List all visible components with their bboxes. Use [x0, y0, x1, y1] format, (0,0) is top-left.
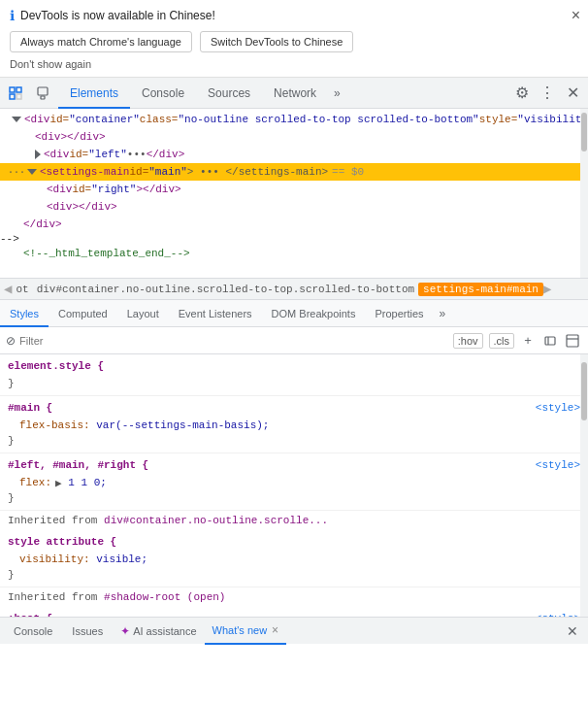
css-close-3: }	[8, 490, 580, 506]
css-panel: element.style { } #main { <style> flex-b…	[0, 354, 588, 617]
bottom-bar-right: ✕	[561, 620, 584, 643]
tab-dom-breakpoints[interactable]: DOM Breakpoints	[262, 300, 366, 327]
whats-new-close-icon[interactable]: ×	[272, 617, 278, 644]
tab-network[interactable]: Network	[262, 78, 328, 109]
inherited-label-1: Inherited from	[8, 515, 104, 526]
expand-left-icon[interactable]	[35, 150, 41, 159]
css-panel-scrollbar[interactable]	[580, 354, 588, 617]
filter-icon: ⊘	[6, 334, 16, 348]
css-selector-left-main-right: #left, #main, #right {	[8, 459, 148, 471]
add-style-rule-icon[interactable]: +	[518, 331, 538, 351]
filter-cls-button[interactable]: .cls	[489, 333, 515, 349]
notification-text: DevTools is now available in Chinese!	[20, 9, 215, 22]
svg-rect-6	[545, 337, 555, 345]
css-origin-style-1[interactable]: <style>	[536, 402, 580, 414]
css-selector-line-4: style attribute {	[8, 534, 580, 550]
tab-computed[interactable]: Computed	[49, 300, 117, 327]
toolbar-icons-left	[4, 82, 54, 105]
tab-sources[interactable]: Sources	[196, 78, 262, 109]
dom-line-container: <div id="container" class="no-outline sc…	[0, 111, 588, 128]
expand-container-icon[interactable]	[12, 117, 21, 122]
css-origin-style-3[interactable]: <style>	[536, 613, 580, 617]
styles-overflow-icon[interactable]	[563, 331, 582, 351]
dom-line-div1: <div></div>	[0, 128, 588, 146]
tab-event-listeners[interactable]: Event Listeners	[169, 300, 262, 327]
svg-rect-0	[10, 87, 15, 92]
css-selector-element-style: element.style {	[8, 360, 104, 372]
device-toolbar-icon[interactable]	[31, 82, 54, 105]
settings-icon[interactable]: ⚙	[510, 82, 534, 105]
breadcrumb-right-arrow[interactable]: ▶	[543, 281, 551, 297]
svg-rect-4	[38, 87, 48, 95]
css-close-1: }	[8, 376, 580, 391]
svg-rect-5	[41, 96, 45, 99]
styles-tabs: Styles Computed Layout Event Listeners D…	[0, 300, 588, 327]
inherited-label-2: Inherited from	[8, 591, 104, 603]
bottom-tab-whats-new[interactable]: What's new ×	[205, 618, 287, 645]
breadcrumb-left-arrow[interactable]: ◀	[4, 281, 12, 297]
tab-console[interactable]: Console	[130, 78, 196, 109]
svg-rect-3	[16, 94, 21, 99]
tab-elements[interactable]: Elements	[58, 78, 130, 109]
css-rule-style-attr: style attribute { visibility: visible; }	[0, 530, 588, 587]
css-selector-style-attr: style attribute {	[8, 536, 116, 548]
close-devtools-icon[interactable]: ✕	[561, 82, 584, 105]
bottom-tab-ai-label: AI assistance	[133, 618, 196, 645]
css-origin-style-2[interactable]: <style>	[536, 459, 580, 471]
dom-line-div2: <div></div>	[0, 198, 588, 216]
bottom-tab-ai[interactable]: ✦ AI assistance	[113, 618, 204, 645]
tab-styles[interactable]: Styles	[0, 300, 49, 327]
dont-show-link[interactable]: Don't show again	[10, 58, 91, 70]
dom-line-right: <div id="right"></div>	[0, 181, 588, 198]
tab-properties[interactable]: Properties	[365, 300, 433, 327]
bottom-tab-console[interactable]: Console	[4, 618, 62, 645]
dom-panel-scrollbar[interactable]	[580, 109, 588, 278]
css-panel-scrollbar-thumb[interactable]	[581, 362, 587, 420]
filter-bar: ⊘ :hov .cls +	[0, 327, 588, 354]
notification-close-button[interactable]: ×	[572, 8, 580, 23]
inherited-from-container: Inherited from div#container.no-outline.…	[0, 511, 588, 530]
more-options-icon[interactable]: ⋮	[536, 82, 559, 105]
css-rule-host: :host { <style> display: flex, ▬▬▬	[0, 607, 588, 617]
ai-icon: ✦	[120, 618, 130, 645]
tab-more[interactable]: »	[328, 78, 346, 109]
filter-hov-button[interactable]: :hov	[453, 333, 483, 349]
three-dots-icon[interactable]: ···	[8, 167, 25, 178]
devtools-toolbar: Elements Console Sources Network » ⚙ ⋮ ✕	[0, 78, 588, 109]
inspect-element-icon[interactable]	[4, 82, 27, 105]
breadcrumb-settings-main[interactable]: settings-main#main	[418, 283, 543, 296]
css-selector-line-3: #left, #main, #right { <style>	[8, 457, 580, 473]
toolbar-right: ⚙ ⋮ ✕	[510, 82, 584, 105]
breadcrumb-bar: ◀ ot div#container.no-outline.scrolled-t…	[0, 279, 588, 300]
expand-settings-main-icon[interactable]	[27, 169, 37, 175]
breadcrumb-ot[interactable]: ot	[12, 284, 32, 295]
css-rule-main: #main { <style> flex-basis: var(--settin…	[0, 396, 588, 453]
css-selector-main: #main {	[8, 402, 52, 414]
css-rule-element-style: element.style { }	[0, 354, 588, 396]
styles-tab-more[interactable]: »	[434, 300, 452, 327]
bottom-bar: Console Issues ✦ AI assistance What's ne…	[0, 617, 588, 644]
info-icon: ℹ	[10, 8, 15, 23]
breadcrumb-container[interactable]: div#container.no-outline.scrolled-to-top…	[33, 284, 418, 295]
switch-language-button[interactable]: Switch DevTools to Chinese	[200, 31, 353, 52]
svg-rect-8	[567, 335, 578, 347]
dom-line-settings-main[interactable]: ··· <settings-main id="main" > ••• </set…	[0, 163, 588, 181]
filter-input[interactable]	[19, 335, 447, 347]
svg-rect-2	[16, 87, 21, 92]
css-selector-line-1: element.style {	[8, 358, 580, 374]
dom-line-comment: <!--_html_template_end_-->	[0, 245, 588, 262]
bottom-tab-issues[interactable]: Issues	[62, 618, 113, 645]
inherited-container-link[interactable]: div#container.no-outline.scrolle...	[104, 515, 328, 526]
match-language-button[interactable]: Always match Chrome's language	[10, 31, 192, 52]
inherited-from-shadow-root: Inherited from #shadow-root (open)	[0, 587, 588, 607]
dom-scrollbar-thumb[interactable]	[581, 113, 587, 151]
toggle-element-state-icon[interactable]	[540, 331, 560, 351]
dom-line-close-div: </div>	[0, 216, 588, 233]
notification-buttons: Always match Chrome's language Switch De…	[10, 31, 578, 52]
dom-panel: <div id="container" class="no-outline sc…	[0, 109, 588, 279]
main-tabs: Elements Console Sources Network »	[58, 78, 510, 109]
css-selector-line-2: #main { <style>	[8, 400, 580, 416]
shadow-root-link[interactable]: #shadow-root (open)	[104, 591, 225, 603]
tab-layout[interactable]: Layout	[117, 300, 169, 327]
bottom-bar-close-button[interactable]: ✕	[561, 620, 584, 643]
